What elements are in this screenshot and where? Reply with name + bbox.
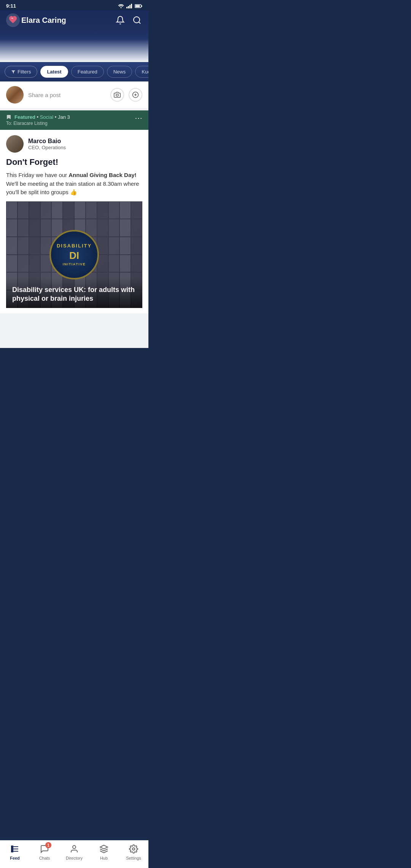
post-author: Marco Baio CEO, Operations	[6, 135, 142, 153]
main-content: Share a post	[0, 81, 148, 348]
camera-button[interactable]	[110, 88, 124, 102]
post-categories: Featured • Social • Jan 3	[14, 114, 70, 120]
logo-icon	[6, 13, 20, 27]
hero-area	[0, 32, 148, 62]
status-time: 9:11	[6, 3, 16, 9]
post-card-header: Featured • Social • Jan 3 To: Elaracare …	[0, 110, 148, 130]
svg-rect-6	[135, 5, 140, 7]
share-post-area: Share a post	[0, 81, 148, 108]
header-icons	[115, 15, 142, 26]
author-title: CEO, Operations	[28, 145, 66, 150]
logo: Elara Caring	[6, 13, 66, 27]
tab-latest[interactable]: Latest	[40, 66, 68, 78]
status-bar: 9:11	[0, 0, 148, 10]
svg-rect-3	[129, 5, 131, 8]
author-name: Marco Baio	[28, 138, 66, 145]
camera-icon	[114, 91, 121, 98]
post-text: This Friday we have our Annual Giving Ba…	[6, 171, 142, 197]
signal-icon	[126, 4, 132, 8]
header: Elara Caring	[0, 10, 148, 32]
logo-text: Elara Caring	[21, 16, 66, 25]
filter-tabs: Filters Latest Featured News Kudos	[0, 62, 148, 81]
di-logo-top: DISABILITY	[57, 243, 92, 249]
di-logo-initials: DI	[57, 250, 92, 262]
di-logo-bottom: INITIATIVE	[57, 262, 92, 266]
author-info: Marco Baio CEO, Operations	[28, 138, 66, 150]
tab-featured[interactable]: Featured	[71, 66, 104, 78]
svg-point-0	[121, 7, 122, 8]
post-card: Featured • Social • Jan 3 To: Elaracare …	[0, 110, 148, 313]
notification-button[interactable]	[115, 15, 126, 26]
battery-icon	[135, 4, 142, 8]
svg-point-9	[134, 17, 140, 23]
post-meta: Featured • Social • Jan 3	[6, 114, 70, 120]
svg-rect-2	[128, 6, 129, 8]
share-actions	[110, 88, 142, 102]
post-more-button[interactable]: ⋯	[135, 114, 142, 122]
svg-rect-1	[126, 7, 127, 8]
plus-circle-icon	[132, 91, 139, 98]
share-input[interactable]: Share a post	[28, 92, 106, 98]
post-to: To: Elaracare Listing	[6, 121, 70, 126]
di-logo: DISABILITY DI INITIATIVE	[49, 230, 99, 279]
svg-rect-4	[131, 4, 132, 8]
user-avatar	[6, 86, 24, 104]
tab-kudos[interactable]: Kudos	[135, 66, 148, 78]
search-button[interactable]	[132, 15, 142, 26]
post-image[interactable]: DISABILITY DI INITIATIVE Disability serv…	[6, 201, 142, 308]
bookmark-icon	[6, 115, 11, 120]
post-image-caption: Disability services UK: for adults with …	[12, 286, 136, 303]
filter-icon	[11, 70, 16, 74]
post-body: Marco Baio CEO, Operations Don't Forget!…	[0, 130, 148, 313]
tab-filters[interactable]: Filters	[5, 66, 37, 78]
status-icons	[118, 4, 142, 8]
svg-point-10	[116, 94, 118, 96]
author-avatar	[6, 135, 24, 153]
post-image-overlay: Disability services UK: for adults with …	[6, 278, 142, 308]
svg-rect-7	[142, 5, 142, 7]
post-title: Don't Forget!	[6, 157, 142, 167]
post-header-left: Featured • Social • Jan 3 To: Elaracare …	[6, 114, 70, 126]
add-post-button[interactable]	[129, 88, 142, 102]
tab-news[interactable]: News	[107, 66, 132, 78]
wifi-icon	[118, 4, 124, 8]
